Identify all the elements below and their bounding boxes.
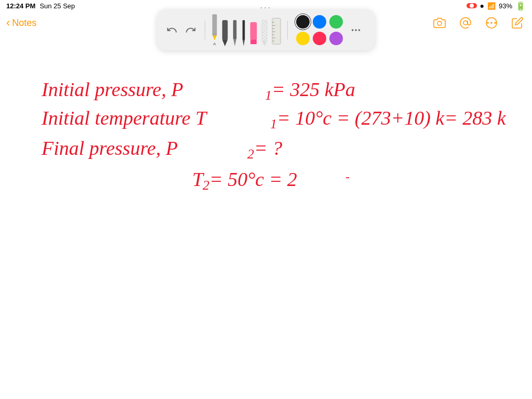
back-button[interactable]: ‹ Notes	[6, 17, 36, 29]
svg-rect-15	[250, 22, 257, 40]
svg-rect-9	[222, 20, 228, 40]
svg-text:1: 1	[265, 88, 272, 103]
svg-point-2	[491, 22, 492, 23]
svg-marker-14	[243, 40, 245, 46]
undo-button[interactable]	[164, 22, 180, 38]
svg-marker-12	[233, 39, 236, 46]
svg-text:Initial  temperature  T: Initial temperature T	[41, 107, 208, 129]
camera-button[interactable]	[431, 15, 448, 31]
svg-text:= 50°c  = 2: = 50°c = 2	[209, 168, 297, 190]
pencil-tool[interactable]: A	[211, 14, 218, 46]
more-button[interactable]	[348, 22, 364, 38]
battery-percentage: 93%	[499, 2, 512, 10]
compose-button[interactable]	[509, 15, 526, 31]
color-green[interactable]	[329, 15, 343, 29]
hatched-tool[interactable]	[261, 19, 268, 46]
svg-text:= ?: = ?	[254, 137, 282, 159]
status-dots: ...	[260, 1, 272, 10]
svg-rect-11	[233, 20, 236, 39]
svg-text:Initial pressure,   P: Initial pressure, P	[41, 78, 183, 100]
status-time: 12:24 PM	[6, 2, 35, 10]
svg-text:=  325 kPa: = 325 kPa	[272, 78, 355, 100]
handwriting-canvas: Initial pressure, P 1 = 325 kPa Initial …	[0, 62, 532, 399]
svg-marker-7	[212, 35, 217, 41]
svg-point-3	[495, 22, 496, 23]
toolbar-history	[164, 22, 198, 38]
status-date: Sun 25 Sep	[39, 2, 75, 10]
toolbar: A	[157, 9, 375, 50]
svg-text:Final   pressure,    P: Final pressure, P	[41, 137, 178, 159]
svg-text:1: 1	[270, 116, 277, 131]
svg-rect-6	[212, 15, 217, 35]
writing-area[interactable]: Initial pressure, P 1 = 325 kPa Initial …	[0, 62, 532, 399]
wifi-signal: 📶	[487, 2, 496, 10]
svg-point-29	[352, 30, 353, 31]
color-blue[interactable]	[313, 15, 326, 29]
svg-point-30	[355, 30, 356, 31]
recording-dot	[470, 4, 474, 8]
svg-marker-10	[222, 40, 228, 46]
thin-pen-tool[interactable]	[242, 19, 246, 46]
marker-tool[interactable]	[222, 19, 228, 46]
svg-marker-19	[262, 41, 267, 46]
chevron-left-icon: ‹	[6, 17, 10, 29]
toolbar-container: A	[157, 9, 375, 50]
toolbar-divider-2	[287, 21, 288, 39]
nav-actions	[431, 15, 526, 31]
svg-point-4	[487, 22, 488, 23]
svg-rect-16	[250, 40, 257, 44]
status-right: ● 📶 93% 🔋	[467, 1, 526, 11]
color-purple[interactable]	[329, 32, 343, 45]
svg-point-31	[359, 30, 360, 31]
at-sign-button[interactable]	[457, 15, 474, 31]
toolbar-divider-1	[205, 21, 205, 39]
color-palette	[296, 15, 343, 45]
color-red[interactable]	[313, 32, 326, 45]
back-label: Notes	[12, 18, 36, 29]
svg-text:2: 2	[247, 147, 254, 162]
ellipsis-button[interactable]	[483, 15, 500, 31]
svg-rect-18	[262, 20, 267, 41]
ruler-tool[interactable]	[272, 17, 281, 46]
svg-point-1	[463, 21, 468, 25]
svg-text:2: 2	[203, 178, 209, 193]
status-left: 12:24 PM Sun 25 Sep	[6, 2, 75, 10]
brush-tool[interactable]	[232, 19, 237, 46]
pencil-label: A	[213, 42, 216, 46]
highlighter-tool[interactable]	[250, 21, 257, 46]
recording-badge	[467, 3, 477, 8]
color-black[interactable]	[296, 15, 310, 29]
svg-text:= 10°c  = (273+10) k= 283 k: = 10°c = (273+10) k= 283 k	[277, 107, 507, 129]
wifi-icon: ●	[480, 2, 484, 10]
svg-text:-: -	[345, 170, 350, 183]
svg-point-0	[437, 21, 442, 25]
toolbar-tools: A	[211, 14, 281, 46]
svg-rect-13	[243, 20, 245, 40]
redo-button[interactable]	[183, 22, 198, 38]
battery-icon: 🔋	[515, 1, 526, 11]
color-yellow[interactable]	[296, 32, 310, 45]
